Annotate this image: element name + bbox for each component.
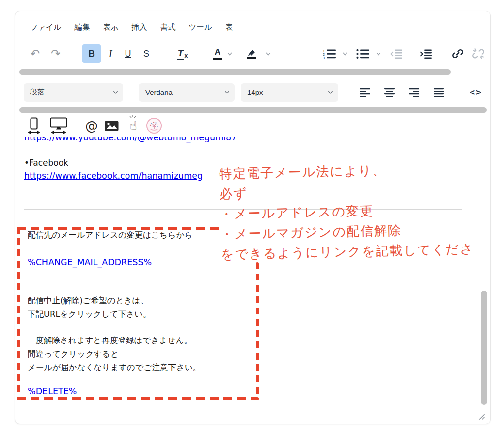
- status-bar: [15, 408, 490, 424]
- mention-at-button[interactable]: @: [84, 116, 99, 136]
- strikethrough-button[interactable]: S: [137, 44, 155, 63]
- align-left-button[interactable]: [356, 83, 375, 102]
- desktop-width-icon: [50, 117, 67, 135]
- insert-link-button[interactable]: [448, 44, 467, 63]
- block-format-value: 段落: [30, 88, 45, 97]
- background-color-bar: [247, 57, 256, 59]
- toolbar-scrollbar-top: [15, 68, 490, 76]
- brand-logo-icon: [146, 118, 162, 134]
- menu-table[interactable]: 表: [225, 22, 233, 32]
- indent-button[interactable]: [417, 44, 435, 63]
- align-justify-icon: [434, 88, 444, 97]
- menu-view[interactable]: 表示: [103, 22, 118, 32]
- image-icon: [104, 120, 119, 132]
- chevron-down-icon: [224, 91, 230, 94]
- unsubscribe-warning: 一度解除されますと再度登録はできません。 間違ってクリックすると メールが届かな…: [28, 334, 201, 374]
- toolbar-scrollbar-bottom: [15, 106, 490, 114]
- underline-button[interactable]: U: [120, 44, 136, 63]
- unlink-icon: [469, 44, 488, 63]
- insert-image-button[interactable]: [104, 116, 120, 136]
- facebook-label: •Facebook: [24, 158, 68, 168]
- font-family-value: Verdana: [145, 88, 173, 96]
- dashed-box-right-edge: [256, 262, 259, 400]
- hand-glyph: ☝: [129, 119, 137, 133]
- source-code-button[interactable]: <>: [466, 83, 486, 102]
- click-sparks-icon: [129, 115, 136, 120]
- redo-icon[interactable]: ↷: [47, 44, 64, 63]
- content-vertical-scrollbar-thumb[interactable]: [481, 291, 487, 405]
- text-color-bar: [213, 58, 222, 60]
- bullet-list-icon: [356, 49, 369, 59]
- menu-tools[interactable]: ツール: [189, 22, 212, 32]
- ordered-list-button[interactable]: 1 2 3: [320, 44, 338, 63]
- toolbar-scrollbar-top-thumb[interactable]: [19, 69, 451, 75]
- editor-content-area[interactable]: https://www.youtube.com/@webtomo_megumi8…: [16, 137, 471, 408]
- desktop-width-button[interactable]: [50, 116, 67, 136]
- ordered-list-chevron-icon[interactable]: [340, 44, 350, 63]
- svg-text:3: 3: [323, 56, 325, 59]
- clear-formatting-t: T: [177, 48, 185, 60]
- outdent-icon: [387, 44, 405, 63]
- change-mail-address-link[interactable]: %CHANGE_MAIL_ADDRESS%: [28, 257, 152, 267]
- link-icon: [451, 47, 464, 60]
- chevron-down-icon: [113, 91, 118, 94]
- highlighter-icon: [247, 49, 256, 56]
- align-center-icon: [384, 88, 395, 97]
- font-size-value: 14px: [247, 88, 263, 96]
- background-color-chevron-icon[interactable]: [263, 44, 273, 63]
- menu-bar: ファイル 編集 表示 挿入 書式 ツール 表: [15, 16, 490, 38]
- toolbar-scrollbar-bottom-thumb[interactable]: [19, 107, 487, 113]
- undo-icon[interactable]: ↶: [26, 44, 44, 63]
- handwritten-annotation: 特定電子メール法により、 必ず ・メールアドレスの変更 ・メールマガジンの配信解…: [219, 158, 471, 265]
- chevron-down-icon: [328, 91, 333, 94]
- bullet-list-chevron-icon[interactable]: [374, 44, 383, 63]
- indent-icon: [420, 49, 432, 59]
- align-right-icon: [409, 88, 420, 97]
- menu-file[interactable]: ファイル: [30, 22, 61, 32]
- italic-button[interactable]: I: [102, 44, 119, 63]
- unsubscribe-instructions: 配信中止(解除)ご希望のときは、 下記URLをクリックして下さい。: [28, 294, 151, 321]
- mobile-width-icon: [27, 117, 41, 135]
- align-right-button[interactable]: [405, 83, 424, 102]
- block-format-dropdown[interactable]: 段落: [24, 83, 123, 102]
- facebook-link[interactable]: https://www.facebook.com/hanamizumeg: [24, 171, 203, 181]
- ordered-list-icon: 1 2 3: [323, 49, 336, 59]
- menu-insert[interactable]: 挿入: [131, 22, 147, 32]
- svg-text:1: 1: [323, 49, 325, 52]
- text-color-letter: A: [215, 48, 220, 56]
- align-left-icon: [360, 88, 371, 97]
- dashed-box-left-edge: [17, 227, 20, 400]
- menu-format[interactable]: 書式: [160, 22, 175, 32]
- background-color-button[interactable]: [244, 44, 259, 63]
- bullet-list-button[interactable]: [354, 44, 372, 63]
- align-justify-button[interactable]: [430, 83, 448, 102]
- toolbar-row-1: ↶ ↷ B I U S Tx A 1 2 3: [15, 39, 490, 68]
- youtube-link[interactable]: https://www.youtube.com/@webtomo_megumi8…: [24, 137, 237, 142]
- resize-handle-icon[interactable]: [478, 413, 485, 420]
- align-center-button[interactable]: [380, 83, 399, 102]
- font-size-dropdown[interactable]: 14px: [241, 83, 338, 102]
- change-address-note: 配信先のメールアドレスの変更はこちらから: [28, 230, 192, 241]
- rich-text-editor: ファイル 編集 表示 挿入 書式 ツール 表 ↶ ↷ B I U S Tx A: [15, 11, 491, 424]
- dashed-box-bottom-edge: [17, 397, 259, 400]
- font-family-dropdown[interactable]: Verdana: [139, 83, 235, 102]
- bold-button[interactable]: B: [82, 44, 101, 63]
- text-color-chevron-icon[interactable]: [225, 44, 235, 63]
- brand-logo-button[interactable]: [146, 116, 162, 136]
- mobile-width-button[interactable]: [26, 116, 42, 136]
- delete-link[interactable]: %DELETE%: [28, 386, 77, 396]
- click-hand-button[interactable]: ☝: [126, 116, 141, 136]
- dashed-box-top-edge: [17, 227, 222, 230]
- clear-formatting-icon[interactable]: Tx: [172, 44, 192, 63]
- svg-text:2: 2: [323, 53, 325, 56]
- toolbar-row-3: @ ☝: [15, 114, 490, 137]
- clear-formatting-x: x: [184, 52, 188, 59]
- toolbar-row-2: 段落 Verdana 14px: [15, 77, 490, 107]
- text-color-button[interactable]: A: [210, 44, 225, 63]
- menu-edit[interactable]: 編集: [74, 22, 90, 32]
